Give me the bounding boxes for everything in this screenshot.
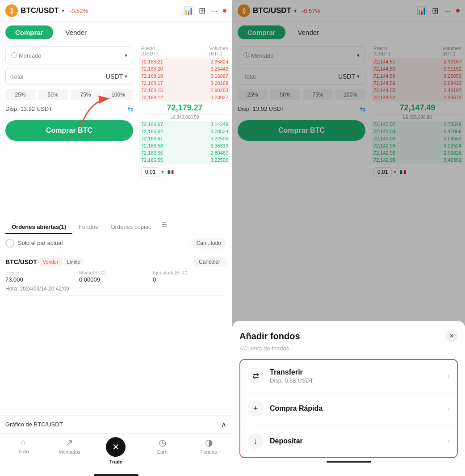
nav-inicio-label: Inicio <box>17 449 29 454</box>
left-buy-btc-button[interactable]: Comprar BTC <box>5 120 133 141</box>
transferir-sub: Disp. 0.88 USDT <box>270 377 448 384</box>
lot-size-chevron-icon: ▾ <box>161 169 164 175</box>
order-executed-val: 0 <box>153 276 226 283</box>
transferir-content: Transferir Disp. 0.88 USDT <box>270 368 448 384</box>
order-item-header: BTC/USDT Vender Límite Cancelar <box>5 257 226 267</box>
ob-buy-row: 72,166.64 6.28524 <box>139 128 230 135</box>
grid-layout-icon[interactable]: ⊞ <box>199 6 205 16</box>
left-tab-copy-orders[interactable]: Órdenes copiac <box>104 221 157 234</box>
left-order-tabs-bar: Órdenes abiertas(1) Fondos Órdenes copia… <box>0 217 232 234</box>
left-bottom-nav: ⌂ Inicio ↗ Mercados ✕ Trade ◷ Earn ◑ Fon… <box>0 433 232 472</box>
left-tab-funds[interactable]: Fondos <box>72 221 104 234</box>
list-view-icon[interactable]: ☰ <box>161 221 167 234</box>
left-market-field[interactable]: ⓘ Mercado ▾ <box>5 46 133 64</box>
left-disp-val: 13.92 USDT <box>21 105 53 112</box>
notification-dot <box>223 9 226 13</box>
order-price-label: Precio <box>5 270 79 275</box>
order-price-val: 73,000 <box>5 276 79 283</box>
modal-option-compra-rapida[interactable]: + Compra Rápida › <box>240 392 457 425</box>
ob-sell-row: 72,168.20 3.25442 <box>139 65 230 72</box>
left-orders-list: Solo el par actual Can...todo BTC/USDT V… <box>0 234 232 416</box>
filter-toggle[interactable] <box>5 239 14 248</box>
ob-sell-row: 72,168.18 3.16867 <box>139 72 230 80</box>
ob-sell-rows: 72,168.21 2.95824 72,168.20 3.25442 72,1… <box>139 58 230 101</box>
left-header: ₿ BTC/USDT ▾ -0.52% 📊 ⊞ ··· <box>0 0 232 22</box>
ob-header: Precio(USDT) Volumen(BTC) <box>139 45 230 58</box>
order-details: Precio 73,000 Monto(BTC) 0.00009 Ejecuta… <box>5 270 226 283</box>
left-buy-tab[interactable]: Comprar <box>5 25 53 39</box>
left-total-label: Total <box>11 73 23 80</box>
order-executed-col: Ejecutado(BTC) 0 <box>153 270 226 283</box>
left-disp-row: Disp. 13.92 USDT ⇆ <box>5 105 133 113</box>
nav-trade[interactable]: ✕ Trade <box>93 437 139 464</box>
left-pct-75[interactable]: 75% <box>71 89 101 100</box>
btc-logo: ₿ <box>5 4 18 17</box>
transferir-title: Transferir <box>270 368 448 376</box>
left-pair-chevron-icon[interactable]: ▾ <box>62 8 64 14</box>
left-panel: ₿ BTC/USDT ▾ -0.52% 📊 ⊞ ··· Comprar Vend… <box>0 0 232 476</box>
wallet-icon: ◑ <box>205 437 213 448</box>
flag-icon: 🇲🇽 <box>168 169 174 175</box>
order-executed-label: Ejecutado(BTC) <box>153 270 226 275</box>
modal-overlay[interactable]: Añadir fondos × ACuenta de fondos ⇄ Tran… <box>232 0 465 476</box>
earn-icon: ◷ <box>159 437 166 448</box>
left-pct-50[interactable]: 50% <box>38 89 68 100</box>
order-amount-col: Monto(BTC) 0.00009 <box>79 270 153 283</box>
order-pair: BTC/USDT <box>5 258 37 265</box>
order-price-col: Precio 73,000 <box>5 270 79 283</box>
modal-option-transferir[interactable]: ⇄ Transferir Disp. 0.88 USDT › <box>240 360 457 392</box>
compra-rapida-content: Compra Rápida <box>270 404 448 413</box>
order-type-badge: Límite <box>64 258 83 265</box>
ob-vol-header: Volumen(BTC) <box>209 46 228 56</box>
home-icon: ⌂ <box>21 437 26 447</box>
ob-buy-row: 72,166.55 3.22500 <box>139 156 230 164</box>
order-cancel-button[interactable]: Cancelar <box>193 257 226 267</box>
order-side-badge: Vender <box>40 258 62 266</box>
depositar-arrow-icon: › <box>448 437 450 445</box>
depositar-title: Depositar <box>270 437 448 445</box>
nav-earn-label: Earn <box>157 449 168 455</box>
nav-fondos-label: Fondos <box>201 449 217 455</box>
modal-option-depositar[interactable]: ↓ Depositar › <box>240 425 457 457</box>
lot-size-selector[interactable]: 0.01 ▾ 🇲🇽 <box>139 165 230 179</box>
more-options-icon[interactable]: ··· <box>211 6 218 16</box>
lot-size-value: 0.01 <box>141 167 159 177</box>
left-disp-label: Disp. <box>5 105 19 112</box>
modal-options-list: ⇄ Transferir Disp. 0.88 USDT › + Compra … <box>239 359 458 458</box>
candle-chart-icon[interactable]: 📊 <box>184 6 193 16</box>
nav-mercados[interactable]: ↗ Mercados <box>46 437 93 464</box>
home-indicator-right <box>327 461 371 463</box>
left-currency-selector[interactable]: USDT ▾ <box>106 73 127 80</box>
left-transfer-icon[interactable]: ⇆ <box>127 105 133 113</box>
modal-title: Añadir fondos <box>239 331 300 341</box>
nav-fondos[interactable]: ◑ Fondos <box>185 437 232 464</box>
modal-subtitle: ACuenta de fondos <box>239 345 458 352</box>
ob-buy-row: 72,166.58 6.36313 <box>139 142 230 149</box>
modal-close-button[interactable]: × <box>445 330 458 342</box>
order-amount-val: 0.00009 <box>79 276 153 283</box>
depositar-icon: ↓ <box>247 433 264 449</box>
modal-header: Añadir fondos × <box>239 330 458 342</box>
compra-rapida-icon: + <box>247 400 264 417</box>
ob-buy-row: 72,166.56 2.80467 <box>139 149 230 156</box>
left-main-area: ⓘ Mercado ▾ Total USDT ▾ 25% 50% 75% <box>0 43 232 217</box>
left-total-field[interactable]: Total USDT ▾ <box>5 68 133 85</box>
order-time: Hora: 2024/03/14 20:42:09 <box>5 286 226 292</box>
add-funds-modal: Añadir fondos × ACuenta de fondos ⇄ Tran… <box>232 321 465 476</box>
left-pct-25[interactable]: 25% <box>5 89 35 100</box>
ob-price-header: Precio(USDT) <box>141 46 158 56</box>
right-panel: ₿ BTC/USDT ▾ -0.57% 📊 ⊞ ··· Comprar Vend… <box>232 0 465 476</box>
chart-section[interactable]: Gráfico de BTC/USDT ∧ <box>0 415 232 433</box>
left-tab-open-orders[interactable]: Órdenes abiertas(1) <box>5 221 72 234</box>
ob-sell-row: 72,168.12 3.23927 <box>139 94 230 101</box>
cancel-all-button[interactable]: Can...todo <box>191 238 226 249</box>
left-pair-name: BTC/USDT <box>21 6 59 15</box>
chart-collapse-icon: ∧ <box>221 420 226 429</box>
left-sell-tab[interactable]: Vender <box>56 25 97 39</box>
left-pct-100[interactable]: 100% <box>103 89 133 100</box>
nav-inicio[interactable]: ⌂ Inicio <box>0 437 46 464</box>
order-amount-label: Monto(BTC) <box>79 270 153 275</box>
trade-circle-button[interactable]: ✕ <box>106 437 126 457</box>
nav-earn[interactable]: ◷ Earn <box>139 437 185 464</box>
left-buy-sell-tabs: Comprar Vender <box>0 22 232 43</box>
